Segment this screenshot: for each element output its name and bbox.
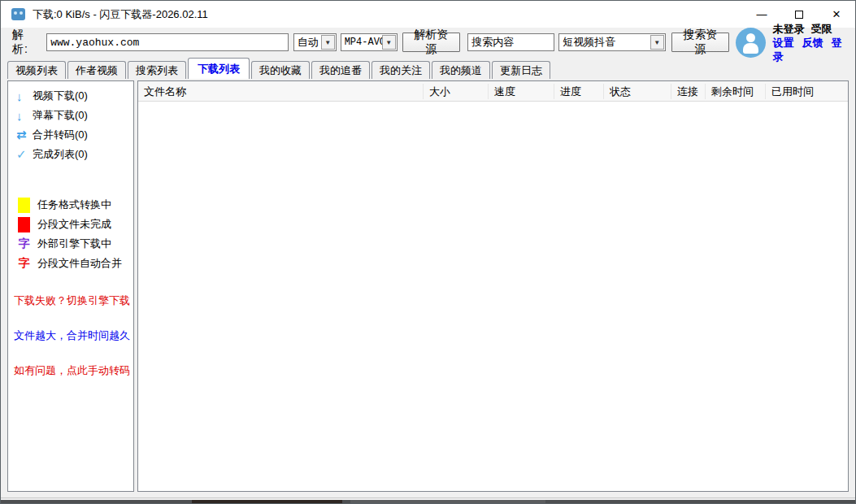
download-arrow-icon: ↓ (16, 109, 33, 123)
window-bottom-edge (1, 497, 855, 503)
legend-item-external-engine: 字 外部引擎下载中 (8, 234, 133, 254)
sidebar-item-completed-list[interactable]: ✓ 完成列表(0) (8, 145, 133, 164)
sidebar-item-label: 完成列表(0) (33, 147, 88, 162)
parse-label: 解 析: (12, 28, 43, 57)
download-list-empty-area[interactable] (138, 102, 848, 491)
tab-video-list[interactable]: 视频列表 (7, 61, 66, 79)
site-select-value: 短视频抖音 (559, 35, 650, 50)
download-arrow-icon: ↓ (16, 89, 33, 103)
url-input[interactable] (46, 33, 289, 51)
red-swatch-icon (18, 217, 30, 232)
sidebar-item-video-download[interactable]: ↓ 视频下载(0) (8, 86, 133, 106)
sidebar-item-label: 视频下载(0) (33, 89, 88, 103)
settings-link[interactable]: 设置 (772, 37, 793, 49)
site-select[interactable]: 短视频抖音 ▼ (558, 33, 665, 51)
red-char-icon: 字 (18, 256, 30, 271)
tab-my-anime[interactable]: 我的追番 (311, 61, 370, 79)
legend-label: 分段文件自动合并 (37, 256, 122, 271)
column-header-progress[interactable]: 进度 (560, 85, 581, 99)
note-switch-engine: 下载失败？切换引擎下载 (8, 293, 133, 308)
search-input[interactable] (467, 33, 554, 51)
parse-resource-button[interactable]: 解析资源 (402, 33, 461, 52)
column-header-filename[interactable]: 文件名称 (144, 85, 186, 99)
tab-my-channels[interactable]: 我的频道 (432, 61, 490, 79)
column-header-size[interactable]: 大小 (429, 85, 450, 99)
check-icon: ✓ (16, 147, 33, 162)
feedback-link[interactable]: 反馈 (802, 37, 823, 49)
title-bar: 下载:0 KiB/s - 闪豆下载器-2026.02.11 — ✕ (1, 1, 855, 28)
format-select[interactable]: MP4-AVC ▼ (341, 33, 398, 51)
legend-label: 外部引擎下载中 (37, 237, 111, 251)
tab-download-list[interactable]: 下载列表 (188, 58, 250, 79)
format-select-value: MP4-AVC (341, 37, 382, 48)
toolbar: 解 析: 自动 ▼ MP4-AVC ▼ 解析资源 短视频抖音 ▼ 搜索资源 未登… (1, 28, 855, 57)
column-header-speed[interactable]: 速度 (494, 85, 515, 99)
legend-label: 任务格式转换中 (37, 198, 111, 212)
search-resource-button[interactable]: 搜索资源 (671, 33, 730, 52)
tab-update-log[interactable]: 更新日志 (492, 61, 550, 79)
download-table-panel: 文件名称 大小 速度 进度 状态 连接 剩余时间 已用时间 (137, 80, 849, 492)
legend-label: 分段文件未完成 (37, 217, 111, 232)
background-desktop-sliver (1, 500, 855, 503)
sidebar-item-danmaku-download[interactable]: ↓ 弹幕下载(0) (8, 106, 133, 125)
chevron-down-icon: ▼ (650, 35, 664, 50)
quality-select-value: 自动 (294, 35, 321, 50)
quality-select[interactable]: 自动 ▼ (293, 33, 337, 51)
column-header-connections[interactable]: 连接 (677, 85, 698, 99)
login-status-text: 未登录 (772, 23, 804, 35)
column-header-status[interactable]: 状态 (610, 85, 631, 99)
tab-author-videos[interactable]: 作者视频 (67, 61, 126, 79)
column-header-time-elapsed[interactable]: 已用时间 (771, 85, 814, 99)
sidebar-item-label: 合并转码(0) (33, 128, 88, 142)
note-manual-transcode-link[interactable]: 如有问题，点此手动转码 (8, 363, 133, 378)
transcode-arrows-icon: ⇄ (16, 128, 33, 142)
app-icon (11, 8, 25, 20)
tab-my-follows[interactable]: 我的关注 (372, 61, 430, 79)
note-merge-time: 文件越大，合并时间越久 (8, 328, 133, 343)
tab-search-list[interactable]: 搜索列表 (128, 61, 186, 79)
status-legend: 任务格式转换中 分段文件未完成 字 外部引擎下载中 字 分段文件自动合并 (8, 195, 133, 273)
purple-char-icon: 字 (18, 237, 30, 251)
chevron-down-icon: ▼ (382, 35, 396, 50)
sidebar-item-merge-transcode[interactable]: ⇄ 合并转码(0) (8, 125, 133, 145)
content-area: ↓ 视频下载(0) ↓ 弹幕下载(0) ⇄ 合并转码(0) ✓ 完成列表(0) … (1, 79, 855, 493)
login-status: 未登录受限 (772, 22, 855, 36)
sidebar-item-label: 弹幕下载(0) (33, 108, 88, 123)
chevron-down-icon: ▼ (321, 35, 335, 50)
limited-badge: 受限 (810, 23, 832, 35)
table-header-row: 文件名称 大小 速度 进度 状态 连接 剩余时间 已用时间 (138, 81, 848, 102)
tab-my-favorites[interactable]: 我的收藏 (251, 61, 310, 79)
legend-item-segment-incomplete: 分段文件未完成 (8, 215, 133, 234)
maximize-icon (795, 11, 803, 19)
sidebar-notes: 下载失败？切换引擎下载 文件越大，合并时间越久 如有问题，点此手动转码 (8, 293, 133, 378)
window-title: 下载:0 KiB/s - 闪豆下载器-2026.02.11 (33, 7, 208, 22)
user-avatar-icon[interactable] (736, 28, 766, 58)
app-window: 下载:0 KiB/s - 闪豆下载器-2026.02.11 — ✕ 解 析: 自… (0, 0, 856, 504)
account-area: 未登录受限 设置反馈登录 (736, 22, 855, 63)
column-header-time-remaining[interactable]: 剩余时间 (711, 85, 754, 99)
sidebar: ↓ 视频下载(0) ↓ 弹幕下载(0) ⇄ 合并转码(0) ✓ 完成列表(0) … (7, 80, 134, 492)
tab-strip: 视频列表 作者视频 搜索列表 下载列表 我的收藏 我的追番 我的关注 我的频道 … (1, 57, 855, 79)
legend-item-converting: 任务格式转换中 (8, 195, 133, 215)
legend-item-auto-merge: 字 分段文件自动合并 (8, 254, 133, 273)
yellow-swatch-icon (18, 198, 30, 213)
